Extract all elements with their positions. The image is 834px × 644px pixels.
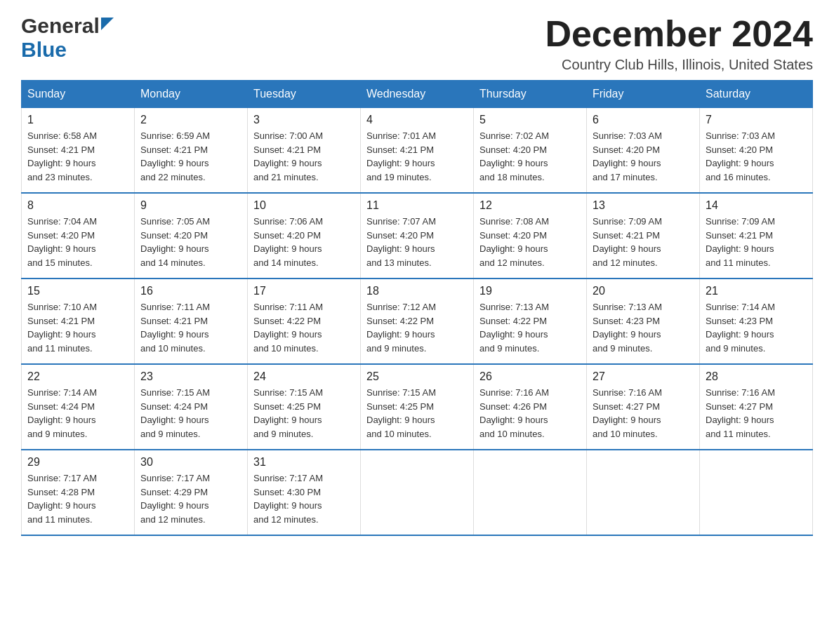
day-number: 1 <box>27 114 128 126</box>
calendar-cell: 17 Sunrise: 7:11 AMSunset: 4:22 PMDaylig… <box>248 279 361 364</box>
calendar-header-tuesday: Tuesday <box>248 81 361 108</box>
day-info: Sunrise: 7:11 AMSunset: 4:21 PMDaylight:… <box>140 300 241 355</box>
day-number: 23 <box>140 370 241 383</box>
day-number: 20 <box>593 285 694 297</box>
calendar-header-thursday: Thursday <box>474 81 587 108</box>
day-info: Sunrise: 6:58 AMSunset: 4:21 PMDaylight:… <box>27 129 128 184</box>
calendar-cell: 7 Sunrise: 7:03 AMSunset: 4:20 PMDayligh… <box>700 108 813 194</box>
day-info: Sunrise: 7:00 AMSunset: 4:21 PMDaylight:… <box>253 129 355 184</box>
calendar-cell: 8 Sunrise: 7:04 AMSunset: 4:20 PMDayligh… <box>22 193 135 279</box>
day-number: 28 <box>706 370 807 383</box>
day-info: Sunrise: 7:17 AMSunset: 4:28 PMDaylight:… <box>27 471 128 526</box>
day-number: 29 <box>27 456 128 469</box>
day-number: 10 <box>253 199 355 212</box>
day-number: 30 <box>140 456 241 469</box>
day-info: Sunrise: 7:08 AMSunset: 4:20 PMDaylight:… <box>479 215 581 269</box>
day-number: 13 <box>593 199 694 212</box>
day-info: Sunrise: 7:13 AMSunset: 4:23 PMDaylight:… <box>593 300 694 355</box>
calendar-cell: 2 Sunrise: 6:59 AMSunset: 4:21 PMDayligh… <box>135 108 248 194</box>
page-title: December 2024 <box>545 14 813 54</box>
day-number: 15 <box>27 285 128 297</box>
calendar-cell: 16 Sunrise: 7:11 AMSunset: 4:21 PMDaylig… <box>135 279 248 364</box>
day-info: Sunrise: 7:01 AMSunset: 4:21 PMDaylight:… <box>366 129 468 184</box>
day-info: Sunrise: 7:12 AMSunset: 4:22 PMDaylight:… <box>366 300 468 355</box>
day-info: Sunrise: 7:07 AMSunset: 4:20 PMDaylight:… <box>366 215 468 269</box>
day-number: 6 <box>593 114 694 126</box>
calendar-cell: 10 Sunrise: 7:06 AMSunset: 4:20 PMDaylig… <box>248 193 361 279</box>
day-info: Sunrise: 7:11 AMSunset: 4:22 PMDaylight:… <box>253 300 355 355</box>
day-number: 9 <box>140 199 241 212</box>
day-info: Sunrise: 7:10 AMSunset: 4:21 PMDaylight:… <box>27 300 128 355</box>
calendar-cell <box>474 450 587 535</box>
calendar-header-row: SundayMondayTuesdayWednesdayThursdayFrid… <box>22 81 813 108</box>
calendar-cell: 15 Sunrise: 7:10 AMSunset: 4:21 PMDaylig… <box>22 279 135 364</box>
calendar-header-monday: Monday <box>135 81 248 108</box>
page-subtitle: Country Club Hills, Illinois, United Sta… <box>545 57 813 73</box>
calendar-cell: 4 Sunrise: 7:01 AMSunset: 4:21 PMDayligh… <box>361 108 474 194</box>
day-info: Sunrise: 7:14 AMSunset: 4:24 PMDaylight:… <box>27 386 128 441</box>
day-number: 26 <box>479 370 581 383</box>
day-number: 21 <box>706 285 807 297</box>
day-number: 7 <box>706 114 807 126</box>
calendar-week-5: 29 Sunrise: 7:17 AMSunset: 4:28 PMDaylig… <box>22 450 813 535</box>
day-number: 18 <box>366 285 468 297</box>
calendar-cell: 31 Sunrise: 7:17 AMSunset: 4:30 PMDaylig… <box>248 450 361 535</box>
calendar-cell: 14 Sunrise: 7:09 AMSunset: 4:21 PMDaylig… <box>700 193 813 279</box>
calendar-week-3: 15 Sunrise: 7:10 AMSunset: 4:21 PMDaylig… <box>22 279 813 364</box>
calendar-cell <box>587 450 700 535</box>
logo-triangle-icon <box>101 18 114 30</box>
day-info: Sunrise: 6:59 AMSunset: 4:21 PMDaylight:… <box>140 129 241 184</box>
day-info: Sunrise: 7:09 AMSunset: 4:21 PMDaylight:… <box>706 215 807 269</box>
day-info: Sunrise: 7:04 AMSunset: 4:20 PMDaylight:… <box>27 215 128 269</box>
day-info: Sunrise: 7:03 AMSunset: 4:20 PMDaylight:… <box>593 129 694 184</box>
calendar-week-1: 1 Sunrise: 6:58 AMSunset: 4:21 PMDayligh… <box>22 108 813 194</box>
day-info: Sunrise: 7:05 AMSunset: 4:20 PMDaylight:… <box>140 215 241 269</box>
calendar-week-2: 8 Sunrise: 7:04 AMSunset: 4:20 PMDayligh… <box>22 193 813 279</box>
day-info: Sunrise: 7:09 AMSunset: 4:21 PMDaylight:… <box>593 215 694 269</box>
calendar-cell: 27 Sunrise: 7:16 AMSunset: 4:27 PMDaylig… <box>587 364 700 450</box>
day-number: 5 <box>479 114 581 126</box>
day-number: 24 <box>253 370 355 383</box>
day-info: Sunrise: 7:15 AMSunset: 4:24 PMDaylight:… <box>140 386 241 441</box>
day-number: 3 <box>253 114 355 126</box>
day-number: 31 <box>253 456 355 469</box>
calendar-cell: 28 Sunrise: 7:16 AMSunset: 4:27 PMDaylig… <box>700 364 813 450</box>
calendar-header-friday: Friday <box>587 81 700 108</box>
calendar-cell <box>361 450 474 535</box>
calendar-cell: 24 Sunrise: 7:15 AMSunset: 4:25 PMDaylig… <box>248 364 361 450</box>
calendar-cell: 25 Sunrise: 7:15 AMSunset: 4:25 PMDaylig… <box>361 364 474 450</box>
day-info: Sunrise: 7:17 AMSunset: 4:30 PMDaylight:… <box>253 471 355 526</box>
calendar-cell: 26 Sunrise: 7:16 AMSunset: 4:26 PMDaylig… <box>474 364 587 450</box>
day-number: 16 <box>140 285 241 297</box>
day-info: Sunrise: 7:17 AMSunset: 4:29 PMDaylight:… <box>140 471 241 526</box>
calendar-cell: 5 Sunrise: 7:02 AMSunset: 4:20 PMDayligh… <box>474 108 587 194</box>
calendar-cell: 12 Sunrise: 7:08 AMSunset: 4:20 PMDaylig… <box>474 193 587 279</box>
calendar-cell: 21 Sunrise: 7:14 AMSunset: 4:23 PMDaylig… <box>700 279 813 364</box>
day-number: 8 <box>27 199 128 212</box>
day-info: Sunrise: 7:15 AMSunset: 4:25 PMDaylight:… <box>253 386 355 441</box>
day-info: Sunrise: 7:13 AMSunset: 4:22 PMDaylight:… <box>479 300 581 355</box>
logo-general-text: General <box>21 14 100 38</box>
day-number: 2 <box>140 114 241 126</box>
day-info: Sunrise: 7:15 AMSunset: 4:25 PMDaylight:… <box>366 386 468 441</box>
day-info: Sunrise: 7:02 AMSunset: 4:20 PMDaylight:… <box>479 129 581 184</box>
day-number: 19 <box>479 285 581 297</box>
calendar-cell: 18 Sunrise: 7:12 AMSunset: 4:22 PMDaylig… <box>361 279 474 364</box>
day-number: 27 <box>593 370 694 383</box>
logo-blue-text: Blue <box>21 38 67 61</box>
day-info: Sunrise: 7:16 AMSunset: 4:27 PMDaylight:… <box>706 386 807 441</box>
calendar-cell: 1 Sunrise: 6:58 AMSunset: 4:21 PMDayligh… <box>22 108 135 194</box>
page-header: General Blue December 2024 Country Club … <box>21 14 813 73</box>
calendar-table: SundayMondayTuesdayWednesdayThursdayFrid… <box>21 80 813 536</box>
calendar-cell: 6 Sunrise: 7:03 AMSunset: 4:20 PMDayligh… <box>587 108 700 194</box>
day-number: 25 <box>366 370 468 383</box>
calendar-header-sunday: Sunday <box>22 81 135 108</box>
day-number: 14 <box>706 199 807 212</box>
day-info: Sunrise: 7:06 AMSunset: 4:20 PMDaylight:… <box>253 215 355 269</box>
calendar-cell: 30 Sunrise: 7:17 AMSunset: 4:29 PMDaylig… <box>135 450 248 535</box>
calendar-cell: 19 Sunrise: 7:13 AMSunset: 4:22 PMDaylig… <box>474 279 587 364</box>
calendar-cell: 13 Sunrise: 7:09 AMSunset: 4:21 PMDaylig… <box>587 193 700 279</box>
logo: General Blue <box>21 14 114 62</box>
calendar-cell: 9 Sunrise: 7:05 AMSunset: 4:20 PMDayligh… <box>135 193 248 279</box>
day-info: Sunrise: 7:16 AMSunset: 4:26 PMDaylight:… <box>479 386 581 441</box>
